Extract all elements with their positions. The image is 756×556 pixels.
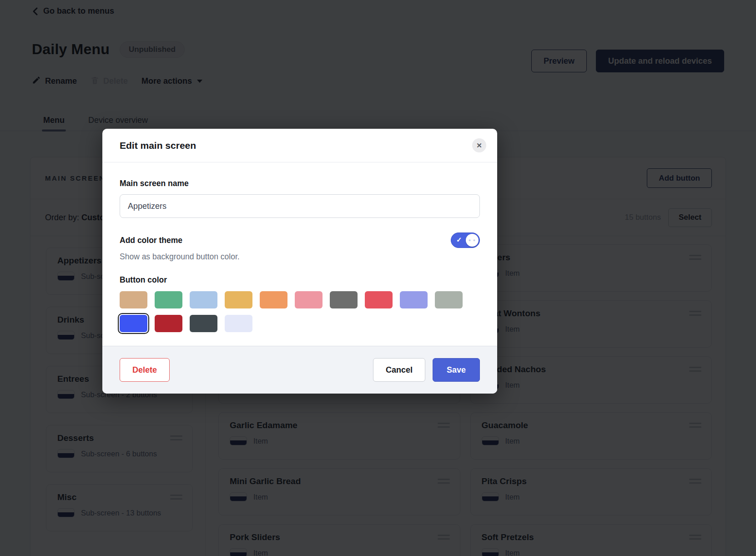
color-swatch[interactable] [225,291,252,308]
color-swatch[interactable] [190,291,217,308]
close-icon[interactable]: ✕ [472,138,486,152]
color-swatch[interactable] [225,315,252,332]
delete-button[interactable]: Delete [120,358,170,382]
save-button[interactable]: Save [433,358,480,382]
color-swatch[interactable] [295,291,323,308]
color-swatch[interactable] [190,315,217,332]
button-color-label: Button color [120,275,480,285]
cancel-button[interactable]: Cancel [373,358,425,382]
color-theme-description: Show as background button color. [120,252,480,262]
color-swatch[interactable] [155,291,182,308]
color-swatch[interactable] [400,291,428,308]
color-swatch[interactable] [260,291,287,308]
color-swatch[interactable] [330,291,358,308]
color-swatch[interactable] [120,315,147,332]
color-theme-label: Add color theme [120,236,182,245]
app-root: Go back to menus Daily Menu Unpublished … [0,0,756,556]
color-swatch[interactable] [365,291,393,308]
swatch-grid [120,291,470,332]
check-icon: ✓ [456,236,462,244]
color-theme-toggle[interactable]: ✓ ● ● [451,233,480,248]
edit-main-screen-modal: Edit main screen ✕ Main screen name Add … [102,129,497,394]
name-field-label: Main screen name [120,179,480,188]
color-swatch[interactable] [155,315,182,332]
color-swatch[interactable] [435,291,463,308]
main-screen-name-input[interactable] [120,194,480,218]
toggle-knob: ● ● [466,234,479,247]
color-swatch[interactable] [120,291,147,308]
modal-title: Edit main screen [120,140,196,151]
